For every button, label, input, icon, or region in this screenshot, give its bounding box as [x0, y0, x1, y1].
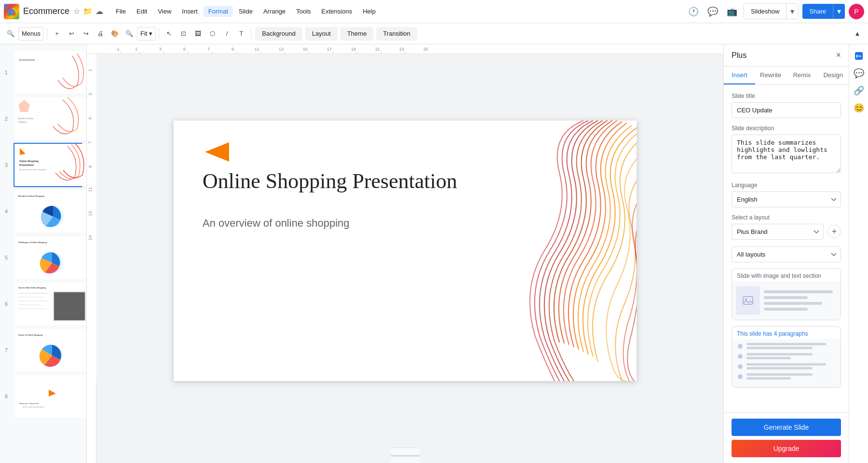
history-icon[interactable]: 🕐 [686, 4, 701, 19]
folder-icon[interactable]: 📁 [83, 7, 93, 16]
layout-card-paragraphs[interactable]: This slide has 4 paragraphs [732, 326, 841, 388]
slideshow-arrow-icon[interactable]: ▾ [786, 4, 798, 19]
svg-text:13: 13 [279, 47, 284, 52]
print-btn[interactable]: 🖨 [94, 27, 107, 41]
line-btn[interactable]: / [220, 27, 233, 41]
plus-ai-icon[interactable]: P+ [851, 48, 867, 64]
search-menus[interactable]: Menus [18, 27, 44, 41]
preview-line [764, 296, 808, 299]
generate-slide-btn[interactable]: Generate Slide [732, 419, 841, 436]
menu-extensions[interactable]: Extensions [317, 6, 357, 17]
slide-description-label: Slide description [732, 125, 841, 132]
slide-img-8: Thank you. Please feel free to ask any q… [14, 375, 87, 418]
cursor-btn[interactable]: ↖ [162, 27, 176, 41]
image-btn[interactable]: 🖼 [191, 27, 204, 41]
transition-btn[interactable]: Transition [376, 27, 417, 41]
menu-format[interactable]: Format [203, 6, 233, 17]
chat-icon[interactable]: 💬 [851, 66, 867, 81]
menu-view[interactable]: View [153, 6, 176, 17]
menu-edit[interactable]: Edit [132, 6, 152, 17]
svg-text:Online Shopping: Online Shopping [19, 160, 39, 163]
app-logo[interactable] [4, 4, 19, 19]
link-icon[interactable]: 🔗 [851, 83, 867, 98]
slide-thumb-8[interactable]: 8 Thank you. Please feel free to ask any… [14, 374, 82, 419]
add-slide-btn[interactable]: + [50, 27, 64, 41]
zoom-select[interactable]: Fit ▾ [137, 27, 156, 41]
scroll-indicator[interactable] [391, 455, 420, 457]
brand-select[interactable]: Plus Brand [732, 224, 824, 240]
search-btn[interactable]: 🔍 [4, 27, 17, 41]
paint-format-btn[interactable]: 🎨 [108, 27, 122, 41]
svg-text:3: 3 [159, 47, 162, 52]
slide-title-input[interactable] [732, 102, 841, 118]
plus-tabs: Insert Rewrite Remix Design [724, 67, 849, 85]
para-dot-icon [738, 344, 743, 349]
menu-file[interactable]: File [111, 6, 131, 17]
svg-rect-39 [106, 44, 723, 54]
svg-rect-77 [743, 297, 753, 304]
menu-help[interactable]: Help [358, 6, 380, 17]
plus-header: Plus × [724, 44, 849, 67]
shape-btn[interactable]: ⬡ [205, 27, 219, 41]
slide-num-8: 8 [5, 394, 8, 399]
slide-thumb-1[interactable]: 1 Ecommerce [14, 50, 82, 95]
all-layouts-select[interactable]: All layouts [732, 246, 841, 262]
slide-thumb-7[interactable]: 7 Future of Online Shopping [14, 328, 82, 372]
user-avatar[interactable]: P [849, 4, 864, 19]
comment-icon[interactable]: 💬 [705, 4, 720, 19]
collapse-toolbar-btn[interactable]: ▲ [851, 27, 864, 41]
svg-text:13: 13 [88, 211, 93, 216]
toolbar: 🔍 Menus + ↩ ↪ 🖨 🎨 🔍 Fit ▾ ↖ ⊡ 🖼 ⬡ / T Ba… [0, 23, 868, 44]
undo-btn[interactable]: ↩ [65, 27, 78, 41]
transition-label: Transition [383, 30, 410, 37]
layout-card-image-text[interactable]: Slide with image and text section [732, 268, 841, 320]
plus-title: Plus [732, 51, 746, 60]
language-select[interactable]: English Spanish French German [732, 191, 841, 207]
share-button[interactable]: Share ▾ [802, 4, 845, 19]
slide-img-4: Benefits of Online Shopping [14, 190, 87, 232]
face-icon[interactable]: 😊 [851, 100, 867, 116]
layout-btn[interactable]: Layout [305, 27, 338, 41]
present-icon[interactable]: 📺 [724, 4, 740, 19]
preview-line [764, 302, 822, 305]
slide-thumb-2[interactable]: 2 Benefits of Online Shopping [14, 96, 82, 141]
zoom-btn[interactable]: 🔍 [122, 27, 136, 41]
para-text-line [746, 367, 813, 369]
slide-thumb-4[interactable]: 4 Benefits of Online Shopping [14, 189, 82, 233]
plus-close-btn[interactable]: × [836, 50, 841, 60]
svg-text:free to ask any questions: free to ask any questions [23, 406, 44, 408]
share-arrow-icon[interactable]: ▾ [833, 4, 845, 19]
svg-text:7: 7 [88, 141, 93, 144]
para-dot-icon [738, 374, 743, 379]
add-layout-btn[interactable]: + [827, 225, 841, 238]
redo-btn[interactable]: ↪ [79, 27, 93, 41]
tab-rewrite[interactable]: Rewrite [755, 67, 787, 84]
star-icon[interactable]: ☆ [73, 7, 80, 16]
tab-design[interactable]: Design [817, 67, 849, 84]
svg-text:Ecommerce: Ecommerce [19, 58, 35, 61]
tab-remix[interactable]: Remix [787, 67, 818, 84]
canvas-area: -1 1 3 5 7 9 11 13 15 17 19 21 23 25 [87, 44, 723, 463]
preview-line [764, 308, 808, 311]
slide-thumb-3[interactable]: 3 Online Shopping Presentation An overvi… [14, 143, 82, 187]
menu-insert[interactable]: Insert [177, 6, 203, 17]
select-btn[interactable]: ⊡ [176, 27, 190, 41]
theme-btn[interactable]: Theme [340, 27, 373, 41]
upgrade-btn[interactable]: Upgrade [732, 440, 841, 457]
cloud-icon[interactable]: ☁ [95, 7, 103, 16]
layout-card-1-title: Slide with image and text section [732, 269, 841, 281]
canvas-wrapper: Online Shopping Presentation An overview… [87, 54, 723, 448]
tab-insert[interactable]: Insert [724, 67, 755, 84]
menu-arrange[interactable]: Arrange [258, 6, 290, 17]
svg-text:An overview of online shopping: An overview of online shopping [19, 168, 46, 171]
menu-slide[interactable]: Slide [234, 6, 258, 17]
background-btn[interactable]: Background [255, 27, 302, 41]
slide-canvas[interactable]: Online Shopping Presentation An overview… [174, 121, 637, 381]
slide-num-2: 2 [5, 116, 8, 122]
menu-tools[interactable]: Tools [291, 6, 315, 17]
slide-description-input[interactable]: This slide summarizes highlights and low… [732, 135, 841, 173]
textbox-btn[interactable]: T [234, 27, 248, 41]
slide-thumb-5[interactable]: 5 Challenges of Online Shopping [14, 235, 82, 280]
slideshow-button[interactable]: Slideshow ▾ [744, 3, 799, 19]
slide-thumb-6[interactable]: 6 Tips for Safe Online Shopping [14, 282, 82, 326]
